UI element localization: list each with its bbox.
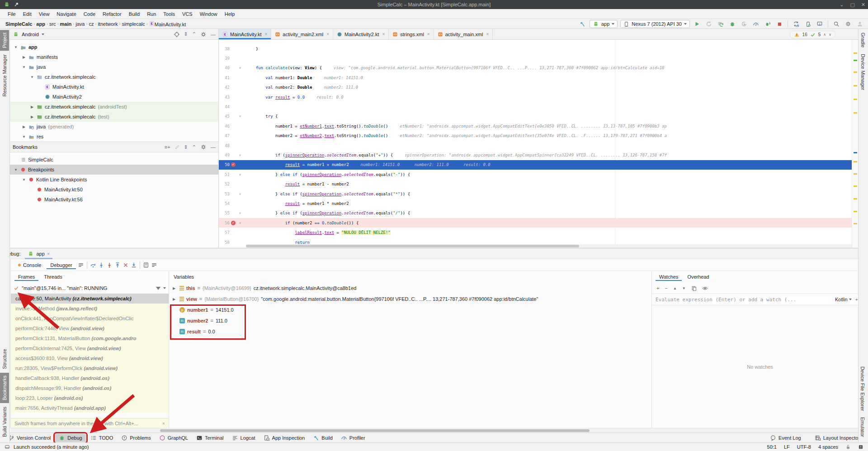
bookmarks-tree-row[interactable]: ▼Breakpoints [10, 165, 218, 175]
code-text[interactable]: labelResult.text = "NULOU DĚLIT NELZE!" [246, 230, 852, 235]
project-tree-row[interactable]: ▶cz.itnetwork.simplecalc (test) [10, 112, 218, 122]
breakpoint-check-icon[interactable]: ✓ [231, 162, 236, 167]
code-line-46[interactable]: 46 number1 = etNumber1.text.toString().t… [219, 121, 852, 131]
statusbar-button-event-log[interactable]: Event Log [766, 434, 805, 442]
code-text[interactable]: } else if (spinnerOperation.selectedItem… [246, 192, 852, 196]
project-tree-row[interactable]: ▼java [10, 62, 218, 72]
code-text[interactable]: if (number2 == 0.toDouble()) { [246, 221, 852, 225]
menu-item-help[interactable]: Help [222, 10, 238, 18]
code-line-41[interactable]: 41 val number1: Doublenumber1: 14151.0 [219, 73, 852, 82]
breadcrumb-item-simplecalc[interactable]: simplecalc [122, 21, 145, 27]
project-tree-row[interactable]: ▼cz.itnetwork.simplecalc [10, 72, 218, 82]
menu-item-edit[interactable]: Edit [20, 10, 35, 18]
editor-tab-mainactivity.kt[interactable]: MainActivity.kt× [219, 29, 271, 39]
code-line-50[interactable]: 50✓ result = number1 + number2number1: 1… [219, 160, 852, 170]
stack-frame-row[interactable]: loop:223, Looper (android.os) [11, 393, 169, 403]
menu-item-vcs[interactable]: VCS [179, 10, 196, 18]
step-over-button[interactable] [90, 262, 96, 268]
tree-chevron-icon[interactable]: ▶ [22, 55, 26, 59]
toolwindow-button-problems[interactable]: Problems [118, 434, 154, 442]
tree-chevron-icon[interactable]: ▼ [14, 45, 18, 49]
toolwindow-toggle-icon[interactable] [5, 444, 10, 450]
breadcrumb-item-app[interactable]: app [36, 21, 45, 27]
line-separator-widget[interactable]: LF [784, 444, 790, 450]
drop-frame-button[interactable] [123, 262, 129, 268]
toolwindow-button-logcat[interactable]: Logcat [228, 434, 259, 442]
code-line-53[interactable]: 53∨ } else if (spinnerOperation.selected… [219, 189, 852, 199]
frames-tab-frames[interactable]: Frames [14, 273, 38, 281]
stack-frame-row[interactable]: dispatchMessage:99, Handler (android.os) [11, 383, 169, 393]
menu-item-code[interactable]: Code [80, 10, 99, 18]
variable-row-view[interactable]: ▶view = {MaterialButton@16700} "com.goog… [169, 294, 651, 304]
close-tab-icon[interactable]: × [486, 32, 489, 37]
tree-chevron-icon[interactable]: ▼ [30, 75, 34, 79]
gutter[interactable]: 42 [219, 85, 246, 90]
gutter[interactable]: 57 [219, 230, 246, 235]
project-tree-row[interactable]: ▼app [10, 42, 218, 52]
code-line-42[interactable]: 42 val number2: Doublenumber2: 111.0 [219, 83, 852, 92]
project-tree-row[interactable]: CMainActivity2 [10, 92, 218, 102]
code-area[interactable]: 38 }3940∨ fun calculate(view: View) {vie… [219, 40, 852, 248]
toolwindow-button-app-inspection[interactable]: App Inspection [260, 434, 309, 442]
code-text[interactable]: number2 = etNumber2.text.toString().toDo… [246, 133, 852, 138]
code-line-47[interactable]: 47 number2 = etNumber2.text.toString().t… [219, 131, 852, 141]
collapse-all-icon[interactable]: ⌃ [192, 144, 196, 150]
project-tree-row[interactable]: ▶manifests [10, 52, 218, 62]
sdk-manager-button[interactable] [815, 19, 824, 28]
project-view-caret[interactable] [42, 33, 44, 35]
menu-item-refactor[interactable]: Refactor [99, 10, 125, 18]
stop-button[interactable] [775, 19, 784, 28]
toolwindow-button-graphql[interactable]: GraphQL [156, 434, 192, 442]
language-select[interactable]: Kotlin [835, 297, 852, 302]
close-button[interactable]: ✕ [861, 2, 865, 8]
code-line-40[interactable]: 40∨ fun calculate(view: View) {view: "co… [219, 63, 852, 73]
copy-icon[interactable] [691, 285, 697, 291]
thread-selector[interactable]: "main"@15,746 in... "main": RUNNING [11, 283, 169, 294]
sidebar-item-project[interactable]: Project [0, 30, 9, 51]
statusbar-button-layout-inspector[interactable]: Layout Inspector [811, 434, 863, 442]
next-issue-icon[interactable]: ∨ [829, 33, 831, 37]
dismiss-hint-icon[interactable]: × [162, 421, 165, 426]
sidebar-item-gradle[interactable]: Gradle [859, 30, 868, 50]
tree-chevron-icon[interactable]: ▼ [14, 168, 18, 172]
variable-row-result[interactable]: 01result = 0.0 [169, 326, 651, 337]
code-line-54[interactable]: 54 result = number1 * number2 [219, 199, 852, 208]
sidebar-item-device-manager[interactable]: Device Manager [859, 51, 868, 93]
thread-caret[interactable] [163, 287, 166, 289]
force-step-into-button[interactable] [106, 262, 113, 268]
gear-icon[interactable] [200, 31, 207, 38]
code-text[interactable]: if (spinnerOperation.selectedItem.equals… [246, 153, 852, 157]
run-to-cursor-button[interactable] [131, 262, 137, 268]
fold-marker-icon[interactable]: ∨ [237, 192, 243, 196]
fold-marker-icon[interactable]: ∨ [237, 211, 243, 215]
filter-icon[interactable] [156, 287, 160, 290]
debug-tab-console[interactable]: Console [14, 261, 45, 269]
tree-chevron-icon[interactable]: ▼ [22, 178, 26, 182]
editor-tab-mainactivity2.kt[interactable]: CMainActivity2.kt× [333, 29, 389, 39]
project-tree-row[interactable]: ▶cz.itnetwork.simplecalc (androidTest) [10, 102, 218, 112]
sidebar-item-structure[interactable]: Structure [0, 346, 9, 372]
project-tree-row[interactable]: ▶java (generated) [10, 122, 218, 132]
evaluate-expression-button[interactable] [143, 262, 149, 268]
variable-row-number1[interactable]: pnumber1 = 14151.0 [169, 304, 651, 315]
stack-frame-row[interactable]: performClick:1131, MaterialButton (com.g… [11, 333, 169, 343]
tree-chevron-icon[interactable]: ▶ [173, 286, 177, 290]
code-text[interactable]: try { [246, 114, 852, 119]
breadcrumb-item-main[interactable]: main [60, 21, 72, 27]
toolwindow-button-build[interactable]: Build [309, 434, 336, 442]
menu-item-build[interactable]: Build [126, 10, 143, 18]
minimize-button[interactable]: ⌄ [840, 2, 844, 8]
expand-all-icon[interactable]: ⇕ [184, 31, 188, 37]
breakpoint-gutter[interactable]: ✓ [230, 162, 237, 167]
gutter[interactable]: 46 [219, 124, 246, 128]
stack-frame-row[interactable]: handleCallback:938, Handler (android.os) [11, 373, 169, 383]
gutter[interactable]: 43 [219, 95, 246, 100]
restore-layout-button[interactable] [151, 262, 157, 268]
breadcrumb-item-cz[interactable]: cz [89, 21, 94, 27]
debug-button[interactable] [728, 19, 737, 28]
variable-row-number2[interactable]: 01number2 = 111.0 [169, 315, 651, 326]
search-everywhere-button[interactable] [832, 19, 841, 28]
gear-icon[interactable] [200, 144, 207, 150]
editor-hscrollbar[interactable] [246, 244, 852, 248]
tree-chevron-icon[interactable]: ▶ [30, 105, 34, 109]
